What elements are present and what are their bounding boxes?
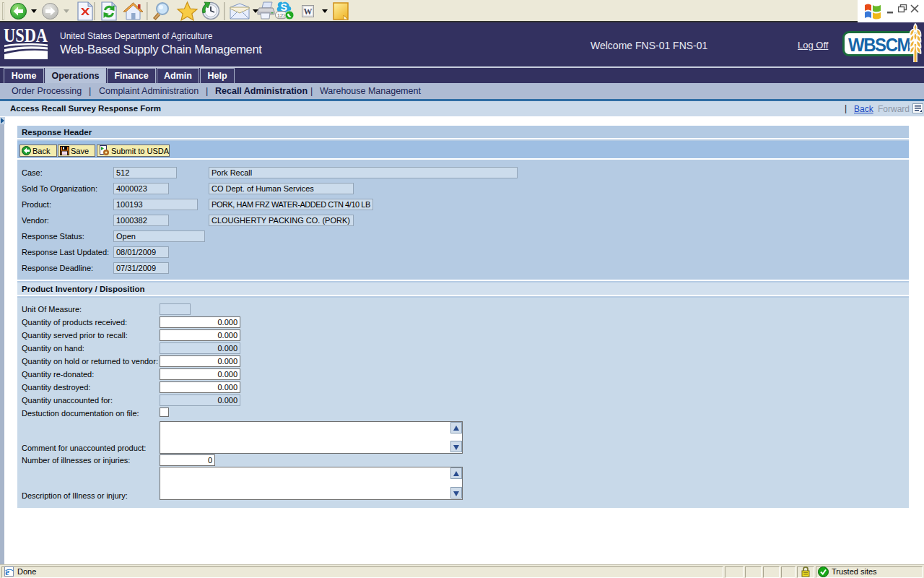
svg-text:USDA: USDA <box>4 27 48 46</box>
svg-text:e: e <box>5 566 9 577</box>
svg-text:W: W <box>304 7 313 17</box>
